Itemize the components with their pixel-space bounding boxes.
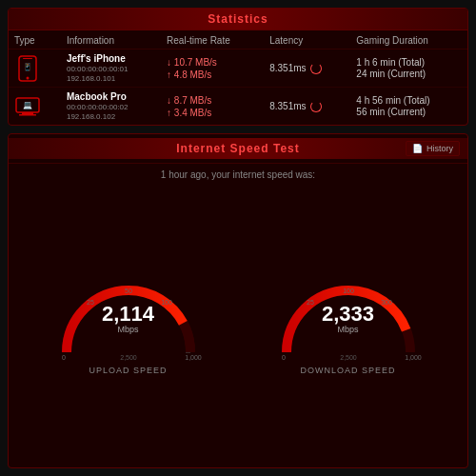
upload-gauge-wrapper: 0 25 50 100 1,000 2,500 2,114 Mbps UPLOA…: [52, 267, 205, 375]
download-unit: Mbps: [322, 325, 374, 334]
refresh-icon[interactable]: [310, 101, 322, 112]
gauges-container: 0 25 50 100 1,000 2,500 2,114 Mbps UPLOA…: [9, 184, 467, 467]
col-latency: Latency: [264, 30, 350, 50]
download-value: 2,333: [322, 304, 374, 325]
device-duration: 4 h 56 min (Total) 56 min (Current): [350, 88, 467, 126]
upload-gauge: 0 25 50 100 1,000 2,500 2,114 Mbps: [52, 267, 205, 362]
svg-rect-8: [19, 114, 36, 116]
device-rate: ↓ 8.7 MB/s ↑ 3.4 MB/s: [161, 88, 264, 126]
history-label: History: [426, 144, 453, 153]
svg-text:1,000: 1,000: [405, 354, 422, 361]
device-latency: 8.351ms: [264, 88, 350, 126]
svg-text:100: 100: [161, 299, 172, 306]
device-info: Macbook Pro 00:00:00:00:00:02 192.168.0.…: [61, 88, 161, 126]
download-gauge: 0 25 100 300 1,000 2,500 2,333 Mbps: [272, 267, 425, 362]
download-gauge-wrapper: 0 25 100 300 1,000 2,500 2,333 Mbps DOWN…: [272, 267, 425, 375]
table-row: 📱 Jeff's iPhone 00:00:00:00:00:01 192.16…: [9, 50, 467, 88]
speed-title: Internet Speed Test: [9, 138, 467, 159]
device-type-icon: 📱: [9, 50, 61, 88]
table-row: 💻 Macbook Pro 00:00:00:00:00:02 192.168.…: [9, 88, 467, 126]
svg-text:1,000: 1,000: [185, 354, 202, 361]
col-information: Information: [61, 30, 161, 50]
svg-text:25: 25: [307, 299, 314, 306]
svg-text:💻: 💻: [23, 100, 32, 109]
upload-value-container: 2,114 Mbps: [102, 304, 154, 334]
svg-rect-7: [22, 112, 33, 114]
refresh-icon[interactable]: [310, 63, 322, 74]
svg-text:100: 100: [343, 288, 354, 294]
svg-point-2: [27, 76, 30, 79]
upload-unit: Mbps: [102, 325, 154, 334]
svg-text:25: 25: [87, 299, 94, 306]
svg-text:2,500: 2,500: [120, 354, 137, 361]
device-info: Jeff's iPhone 00:00:00:00:00:01 192.168.…: [61, 50, 161, 88]
upload-value: 2,114: [102, 304, 154, 325]
svg-text:50: 50: [125, 288, 132, 294]
svg-rect-1: [23, 58, 32, 59]
upload-label: UPLOAD SPEED: [89, 366, 167, 375]
device-type-icon: 💻: [9, 88, 61, 126]
download-label: DOWNLOAD SPEED: [300, 366, 395, 375]
svg-text:0: 0: [282, 354, 286, 361]
app-container: Statistics Type Information Real-time Ra…: [0, 0, 476, 476]
history-button[interactable]: 📄 History: [406, 141, 460, 156]
history-icon: 📄: [412, 144, 423, 153]
col-duration: Gaming Duration: [350, 30, 467, 50]
stats-title: Statistics: [9, 9, 467, 30]
device-duration: 1 h 6 min (Total) 24 min (Current): [350, 50, 467, 88]
stats-table: Type Information Real-time Rate Latency …: [9, 30, 467, 125]
col-type: Type: [9, 30, 61, 50]
col-rate: Real-time Rate: [161, 30, 264, 50]
svg-text:300: 300: [381, 299, 392, 306]
svg-text:📱: 📱: [23, 62, 32, 71]
download-value-container: 2,333 Mbps: [322, 304, 374, 334]
speed-subtitle: 1 hour ago, your internet speed was:: [9, 164, 467, 184]
device-latency: 8.351ms: [264, 50, 350, 88]
device-rate: ↓ 10.7 MB/s ↑ 4.8 MB/s: [161, 50, 264, 88]
svg-text:0: 0: [62, 354, 66, 361]
svg-text:2,500: 2,500: [340, 354, 357, 361]
speed-header: Internet Speed Test 📄 History: [9, 134, 467, 164]
speed-panel: Internet Speed Test 📄 History 1 hour ago…: [8, 133, 468, 468]
stats-panel: Statistics Type Information Real-time Ra…: [8, 8, 468, 126]
